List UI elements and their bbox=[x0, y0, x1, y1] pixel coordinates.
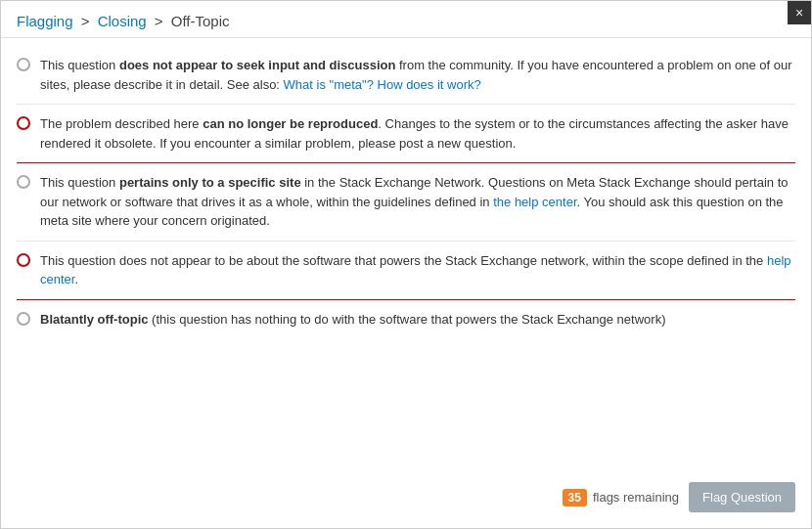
breadcrumb-sep1: > bbox=[81, 13, 94, 29]
breadcrumb-sep2: > bbox=[155, 13, 167, 29]
option-bold: Blatantly off-topic bbox=[40, 312, 149, 327]
close-button[interactable]: × bbox=[788, 1, 811, 24]
breadcrumb-current: Off-Topic bbox=[171, 13, 230, 29]
close-icon: × bbox=[795, 5, 803, 21]
flag-question-button[interactable]: Flag Question bbox=[689, 482, 795, 512]
radio-button[interactable] bbox=[17, 116, 30, 130]
option-bold: does not appear to seek input and discus… bbox=[119, 58, 395, 72]
option-text: This question does not appear to be abou… bbox=[40, 251, 795, 289]
flags-label: flags remaining bbox=[593, 490, 679, 505]
breadcrumb: Flagging > Closing > Off-Topic bbox=[1, 1, 811, 38]
option-item: This question does not appear to be abou… bbox=[17, 242, 795, 300]
breadcrumb-closing[interactable]: Closing bbox=[98, 13, 147, 29]
radio-button[interactable] bbox=[17, 312, 30, 326]
option-text: Blatantly off-topic (this question has n… bbox=[40, 310, 795, 330]
radio-button[interactable] bbox=[17, 175, 30, 189]
option-item: Blatantly off-topic (this question has n… bbox=[17, 300, 795, 339]
option-text: The problem described here can no longer… bbox=[40, 114, 795, 153]
option-text: This question does not appear to seek in… bbox=[40, 56, 795, 94]
option-link[interactable]: help center bbox=[40, 253, 791, 287]
modal: × Flagging > Closing > Off-Topic This qu… bbox=[0, 0, 812, 529]
footer: 35 flags remaining Flag Question bbox=[563, 482, 795, 512]
option-item: This question does not appear to seek in… bbox=[17, 46, 795, 105]
option-item: The problem described here can no longer… bbox=[17, 105, 795, 163]
radio-button[interactable] bbox=[17, 253, 30, 267]
flags-remaining: 35 flags remaining bbox=[563, 489, 680, 507]
option-link[interactable]: the help center bbox=[493, 195, 576, 209]
option-bold: pertains only to a specific site bbox=[119, 175, 301, 190]
options-list: This question does not appear to seek in… bbox=[1, 38, 811, 346]
radio-button[interactable] bbox=[17, 58, 30, 71]
option-link[interactable]: What is "meta"? How does it work? bbox=[284, 77, 481, 92]
option-text: This question pertains only to a specifi… bbox=[40, 173, 795, 231]
option-bold: can no longer be reproduced bbox=[203, 116, 378, 131]
option-item: This question pertains only to a specifi… bbox=[17, 163, 795, 242]
breadcrumb-flagging[interactable]: Flagging bbox=[17, 13, 73, 29]
flags-badge: 35 bbox=[563, 489, 587, 507]
